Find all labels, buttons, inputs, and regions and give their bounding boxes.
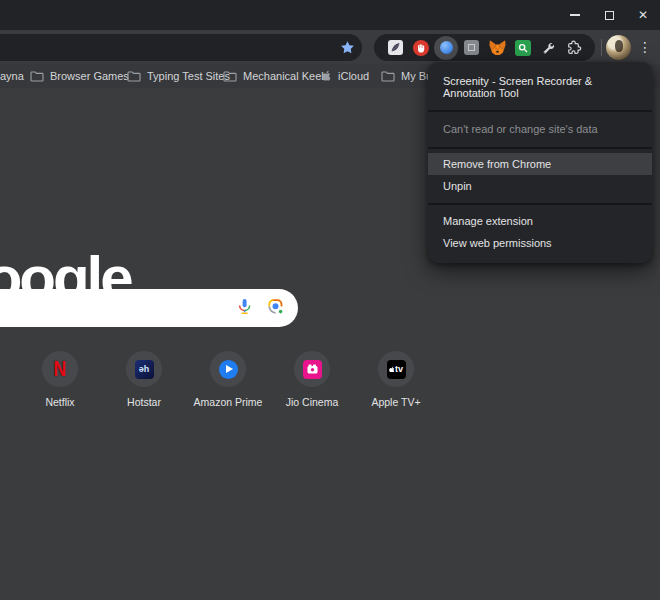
amazon-prime-icon <box>210 351 246 387</box>
extension-context-menu: Screenity - Screen Recorder & Annotation… <box>428 62 652 263</box>
bookmark-folder-browser-games[interactable]: Browser Games <box>30 64 129 88</box>
google-lens-icon[interactable] <box>267 298 284 319</box>
browser-menu-kebab-icon[interactable]: ⋮ <box>636 36 654 58</box>
green-magnifier-extension-icon[interactable] <box>511 36 535 60</box>
window-controls: ✕ <box>558 0 660 30</box>
bookmark-label: Browser Games <box>50 70 129 82</box>
menu-item-manage-extension[interactable]: Manage extension <box>428 210 652 232</box>
metamask-fox-icon[interactable] <box>485 36 509 60</box>
menu-title: Screenity - Screen Recorder & Annotation… <box>428 62 652 110</box>
shortcut-label: Amazon Prime <box>194 396 263 408</box>
shortcut-jio-cinema[interactable]: Jio Cinema <box>270 351 354 408</box>
hotstar-icon: ǝh <box>126 351 162 387</box>
shortcut-label: Netflix <box>45 396 74 408</box>
search-bar[interactable] <box>0 289 298 327</box>
adblocker-extension-icon[interactable] <box>409 36 433 60</box>
shortcut-label: Hotstar <box>127 396 161 408</box>
bookmark-star-icon[interactable] <box>340 40 355 55</box>
shortcut-netflix[interactable]: N Netflix <box>18 351 102 408</box>
toolbar-divider <box>601 39 602 56</box>
apple-icon <box>322 70 332 82</box>
voice-search-icon[interactable] <box>236 298 253 319</box>
screenity-active-ring <box>434 36 458 60</box>
screenshot-extension-icon[interactable] <box>383 36 407 60</box>
bookmark-label: Typing Test Sites <box>147 70 230 82</box>
minimize-icon <box>570 14 580 16</box>
browser-window: ✕ <box>0 0 660 600</box>
shortcut-hotstar[interactable]: ǝh Hotstar <box>102 351 186 408</box>
screenity-blue-dot-icon <box>440 41 453 54</box>
minimize-button[interactable] <box>558 2 592 28</box>
folder-icon <box>127 71 141 82</box>
shortcut-tiles: N Netflix ǝh Hotstar Amazon Prime Jio Ci… <box>18 351 438 408</box>
menu-item-remove-from-chrome[interactable]: Remove from Chrome <box>428 153 652 175</box>
shortcut-apple-tv[interactable]: tv Apple TV+ <box>354 351 438 408</box>
extensions-puzzle-icon[interactable] <box>562 36 586 60</box>
jio-cinema-icon <box>294 351 330 387</box>
close-icon: ✕ <box>638 9 648 21</box>
shortcut-label: Jio Cinema <box>286 396 339 408</box>
folder-icon <box>30 71 44 82</box>
apple-tv-icon: tv <box>378 351 414 387</box>
menu-item-site-data: Can't read or change site's data <box>428 112 652 147</box>
address-bar[interactable] <box>0 34 362 61</box>
folder-icon <box>381 71 395 82</box>
profile-avatar[interactable] <box>606 35 631 60</box>
bookmark-item-partial[interactable]: ayna <box>0 64 24 88</box>
shortcut-label: Apple TV+ <box>371 396 420 408</box>
folder-icon <box>223 71 237 82</box>
netflix-icon: N <box>42 351 78 387</box>
extensions-pill <box>374 34 595 61</box>
close-button[interactable]: ✕ <box>626 2 660 28</box>
gray-square-extension-icon[interactable] <box>460 36 484 60</box>
utility-extension-icon[interactable] <box>536 36 560 60</box>
shortcut-amazon-prime[interactable]: Amazon Prime <box>186 351 270 408</box>
bookmark-label: ayna <box>0 70 24 82</box>
bookmark-folder-typing-test[interactable]: Typing Test Sites <box>127 64 230 88</box>
tab-strip: ✕ <box>0 0 660 30</box>
bookmark-folder-mechanical-keeb[interactable]: Mechanical Keeb <box>223 64 327 88</box>
menu-item-view-web-permissions[interactable]: View web permissions <box>428 232 652 254</box>
bookmark-label: iCloud <box>338 70 369 82</box>
bookmark-label: Mechanical Keeb <box>243 70 327 82</box>
restore-button[interactable] <box>592 2 626 28</box>
bookmark-icloud[interactable]: iCloud <box>322 64 369 88</box>
restore-icon <box>605 11 614 20</box>
menu-item-unpin[interactable]: Unpin <box>428 175 652 197</box>
screenity-extension-icon[interactable] <box>434 36 458 60</box>
